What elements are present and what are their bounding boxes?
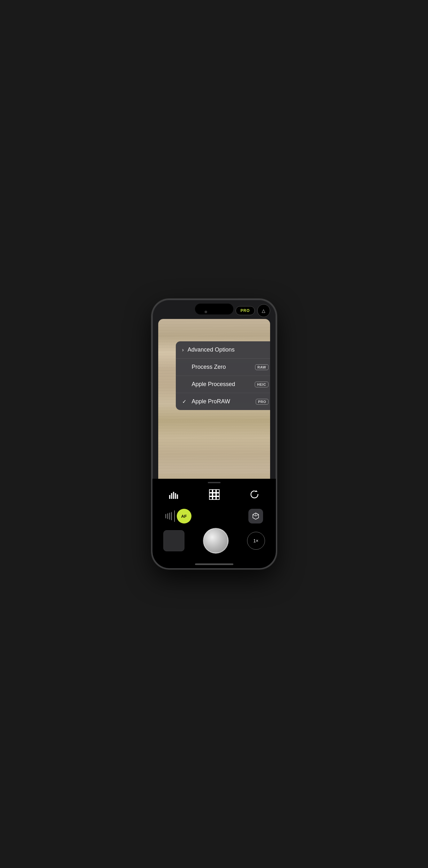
process-zero-label: Process Zero xyxy=(192,364,226,370)
af-label: AF xyxy=(181,514,187,519)
slider-divider xyxy=(174,510,175,522)
menu-item-process-zero[interactable]: Process Zero RAW xyxy=(176,359,270,376)
slider-bar-3 xyxy=(169,513,170,520)
shutter-button[interactable] xyxy=(203,528,228,554)
menu-item-apple-proraw[interactable]: ✓ Apple ProRAW PRO xyxy=(176,393,270,410)
zoom-button[interactable]: 1× xyxy=(247,532,265,550)
apple-proraw-format-badge: PRO xyxy=(256,399,268,405)
menu-item-apple-proraw-left: ✓ Apple ProRAW xyxy=(182,398,230,405)
process-zero-format-badge: RAW xyxy=(255,364,268,370)
main-controls: AF xyxy=(152,509,276,524)
slider-bar-4 xyxy=(171,512,172,520)
svg-rect-10 xyxy=(216,493,219,496)
slider-bar-2 xyxy=(167,513,168,519)
cube-button[interactable] xyxy=(248,509,263,524)
advanced-options-label: Advanced Options xyxy=(188,346,235,353)
svg-rect-5 xyxy=(209,490,212,493)
chevron-right-icon: › xyxy=(182,347,184,353)
shutter-row: 1× xyxy=(152,528,276,554)
camera-viewfinder: › Advanced Options Process Zero RAW Appl… xyxy=(158,319,270,488)
secondary-controls xyxy=(152,483,276,507)
grid-button[interactable] xyxy=(209,489,220,502)
pro-badge-label: PRO xyxy=(240,308,250,313)
menu-item-apple-processed[interactable]: Apple Processed HEIC xyxy=(176,376,270,393)
top-bar: PRO xyxy=(152,304,276,317)
svg-rect-3 xyxy=(175,493,176,499)
bottom-controls: AF 1× xyxy=(152,479,276,568)
af-button[interactable]: AF xyxy=(177,509,191,524)
slider-bar-1 xyxy=(165,514,166,518)
histogram-button[interactable] xyxy=(169,490,179,501)
menu-item-process-zero-left: Process Zero xyxy=(182,364,226,370)
advanced-options-header[interactable]: › Advanced Options xyxy=(176,341,270,359)
triangle-button[interactable] xyxy=(257,304,270,317)
svg-rect-13 xyxy=(216,497,219,499)
svg-rect-12 xyxy=(213,497,216,499)
svg-rect-0 xyxy=(169,495,171,499)
rotate-button[interactable] xyxy=(249,489,260,502)
last-photo-thumbnail[interactable] xyxy=(163,530,184,551)
svg-rect-2 xyxy=(173,492,174,499)
svg-rect-8 xyxy=(209,493,212,496)
svg-rect-1 xyxy=(171,493,172,499)
options-dropdown: › Advanced Options Process Zero RAW Appl… xyxy=(176,341,270,410)
zoom-level-label: 1× xyxy=(253,538,258,543)
svg-rect-6 xyxy=(213,490,216,493)
svg-rect-4 xyxy=(177,494,178,499)
apple-processed-label: Apple Processed xyxy=(192,381,235,388)
pro-badge-button[interactable]: PRO xyxy=(236,306,254,315)
focus-slider[interactable] xyxy=(165,510,175,522)
svg-rect-9 xyxy=(213,493,216,496)
apple-processed-format-badge: HEIC xyxy=(255,381,268,388)
apple-proraw-label: Apple ProRAW xyxy=(192,398,230,405)
phone-frame: PRO › Advanced Options Process Zero RAW xyxy=(152,299,276,569)
home-indicator xyxy=(195,563,233,565)
svg-rect-7 xyxy=(216,490,219,493)
svg-rect-11 xyxy=(209,497,212,499)
apple-proraw-checkmark: ✓ xyxy=(182,399,189,405)
menu-item-apple-processed-left: Apple Processed xyxy=(182,381,235,388)
